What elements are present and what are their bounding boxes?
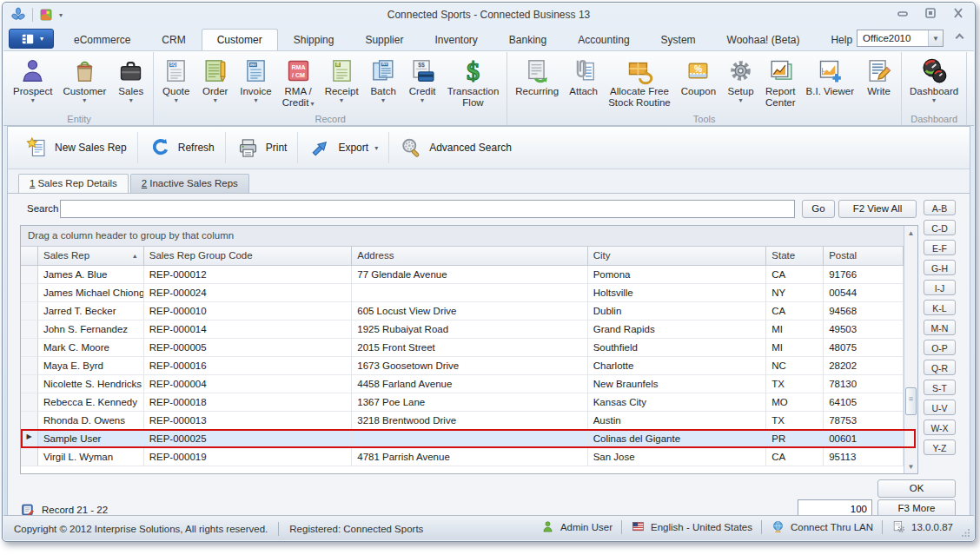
ribbon-button-report-center[interactable]: ReportCenter <box>760 55 801 110</box>
ribbon-button-customer[interactable]: Customer▾ <box>57 55 111 106</box>
scroll-down-icon[interactable]: ▼ <box>904 460 917 473</box>
application-menu-button[interactable]: ▾ <box>9 29 54 49</box>
close-button[interactable] <box>950 7 966 19</box>
ribbon-tab-system[interactable]: System <box>646 29 712 50</box>
toolbar-button-export[interactable]: Export▾ <box>298 131 388 164</box>
ribbon-button-transaction-flow[interactable]: $TransactionFlow <box>442 55 505 110</box>
ribbon-button-coupon[interactable]: %Coupon <box>676 55 721 99</box>
ribbon-button-credit[interactable]: $$Credit▾ <box>403 55 442 106</box>
coupon-icon: % <box>684 56 712 85</box>
table-row[interactable]: Nicolette S. HendricksREP-0000044458 Far… <box>21 375 904 393</box>
ribbon-button-b-i-viewer[interactable]: B.I. Viewer <box>801 55 859 99</box>
table-cell: PR <box>766 430 824 448</box>
statusbar-connection[interactable]: Connect Thru LAN <box>771 519 873 534</box>
ribbon-button-order[interactable]: Order▾ <box>195 55 235 106</box>
statusbar-user[interactable]: Admin User <box>540 519 612 534</box>
ribbon-button-write[interactable]: Write <box>859 55 898 99</box>
theme-dropdown-icon[interactable]: ▼ <box>928 30 943 46</box>
toolbar-button-new-sales-rep[interactable]: New Sales Rep <box>15 131 137 164</box>
toolbar-button-print[interactable]: Print <box>226 131 298 164</box>
ribbon-button-receipt[interactable]: RReceipt▾ <box>320 55 364 106</box>
statusbar-language[interactable]: English - United States <box>631 519 752 534</box>
table-row[interactable]: Virgil L. WymanREP-0000194781 Parrish Av… <box>21 448 904 466</box>
column-header-postal[interactable]: Postal <box>824 247 904 266</box>
column-header-sales-rep[interactable]: Sales Rep▲ <box>38 247 144 266</box>
ribbon-button-invoice[interactable]: INVInvoice▾ <box>235 55 276 106</box>
dropdown-caret-icon: ▾ <box>175 97 178 104</box>
alpha-button-o-p[interactable]: O-P <box>924 340 956 355</box>
table-row[interactable]: ▶Sample UserREP-000025Colinas del Gigant… <box>21 430 904 448</box>
alpha-button-c-d[interactable]: C-D <box>924 220 956 235</box>
ribbon-tab-accounting[interactable]: Accounting <box>562 29 645 50</box>
resize-grip[interactable] <box>962 528 970 537</box>
statusbar-version-label: 13.0.0.87 <box>911 522 953 532</box>
ribbon-tab-ecommerce[interactable]: eCommerce <box>58 29 146 50</box>
column-header-address[interactable]: Address <box>352 247 587 266</box>
ribbon-button-dashboard[interactable]: Dashboard▾ <box>904 55 963 106</box>
table-row[interactable]: Rhonda D. OwensREP-0000133218 Brentwood … <box>21 412 904 430</box>
ribbon-button-recurring[interactable]: Recurring <box>510 55 564 99</box>
column-header-sales-rep-group-code[interactable]: Sales Rep Group Code <box>144 247 353 266</box>
column-header-state[interactable]: State <box>766 247 824 266</box>
ribbon-button-label: Coupon <box>681 86 716 97</box>
table-row[interactable]: John S. FernandezREP-0000141925 Rubaiyat… <box>21 320 904 339</box>
alpha-button-u-v[interactable]: U-V <box>924 400 956 415</box>
ribbon-button-sales[interactable]: Sales▾ <box>111 55 150 106</box>
ribbon-tab-row: ▾ eCommerceCRMCustomerShippingSupplierIn… <box>3 27 975 50</box>
table-row[interactable]: Jarred T. BeckerREP-000010605 Locust Vie… <box>21 302 904 320</box>
alpha-button-y-z[interactable]: Y-Z <box>924 439 956 455</box>
group-by-bar[interactable]: Drag a column header to group by that co… <box>21 226 904 247</box>
ribbon-tab-crm[interactable]: CRM <box>146 29 201 50</box>
alpha-button-q-r[interactable]: Q-R <box>924 360 956 375</box>
write-icon <box>864 56 893 85</box>
go-button[interactable]: Go <box>802 200 835 218</box>
toolbar-button-refresh[interactable]: Refresh <box>138 131 225 164</box>
row-indicator-cell <box>21 320 38 339</box>
search-input[interactable] <box>60 200 795 218</box>
table-row[interactable]: Mark C. MooreREP-0000052015 Front Street… <box>21 339 904 357</box>
ribbon-tab-supplier[interactable]: Supplier <box>349 29 419 50</box>
ribbon-button-prospect[interactable]: Prospect▾ <box>8 55 57 106</box>
alpha-button-k-l[interactable]: K-L <box>924 300 956 315</box>
collapse-ribbon-icon[interactable] <box>957 35 964 43</box>
ribbon-button-attach[interactable]: Attach <box>564 55 603 99</box>
table-row[interactable]: James A. BlueREP-00001277 Glendale Avenu… <box>21 266 904 284</box>
scroll-up-icon[interactable]: ▲ <box>904 226 917 239</box>
alpha-button-a-b[interactable]: A-B <box>924 200 956 215</box>
restore-button[interactable] <box>923 7 938 19</box>
ribbon-button-allocate-free-stock-routine[interactable]: Allocate FreeStock Routine <box>603 55 676 110</box>
sort-ascending-icon: ▲ <box>132 253 138 259</box>
scrollbar-thumb[interactable]: ≡ <box>905 387 917 415</box>
vertical-scrollbar[interactable]: ▲ ≡ ▼ <box>904 226 917 473</box>
table-cell: 00544 <box>824 284 904 302</box>
svg-text:%: % <box>694 64 702 74</box>
ribbon-button-quote[interactable]: SQQuote▾ <box>156 55 195 106</box>
tab-inactive-sales-reps[interactable]: 2Inactive Sales Reps <box>130 174 249 193</box>
table-row[interactable]: Maya E. ByrdREP-0000161673 Goosetown Dri… <box>21 357 904 375</box>
ribbon-button-rma-credit[interactable]: RMA/ CMRMA /Credit ▾ <box>277 55 320 111</box>
alpha-button-w-x[interactable]: W-X <box>924 420 956 435</box>
minimize-button[interactable] <box>895 7 910 19</box>
alpha-button-g-h[interactable]: G-H <box>924 260 956 275</box>
view-all-button[interactable]: F2 View All <box>838 200 917 218</box>
alpha-button-e-f[interactable]: E-F <box>924 240 956 255</box>
column-header-city[interactable]: City <box>588 247 767 266</box>
ok-button[interactable]: OK <box>877 479 956 498</box>
theme-selector[interactable]: Office2010 ▼ <box>857 30 944 47</box>
ribbon-tab-customer[interactable]: Customer <box>202 29 278 50</box>
dropdown-caret-icon: ▾ <box>374 144 378 152</box>
ribbon-button-batch[interactable]: INVBatch▾ <box>364 55 403 106</box>
alpha-button-s-t[interactable]: S-T <box>924 380 956 395</box>
table-row[interactable]: Rebecca E. KennedyREP-0000181367 Poe Lan… <box>21 393 904 412</box>
ribbon-tab-inventory[interactable]: Inventory <box>419 29 493 50</box>
statusbar-language-label: English - United States <box>651 522 752 532</box>
ribbon-button-setup[interactable]: Setup▾ <box>721 55 760 106</box>
toolbar-button-advanced-search[interactable]: Advanced Search <box>389 131 522 164</box>
ribbon-tab-woohaa-beta[interactable]: Woohaa! (Beta) <box>712 29 816 50</box>
alpha-button-m-n[interactable]: M-N <box>924 320 956 335</box>
table-row[interactable]: James Michael ChiongREP-000024Holtsville… <box>21 284 904 302</box>
alpha-button-i-j[interactable]: I-J <box>924 280 956 295</box>
tab-sales-rep-details[interactable]: 1Sales Rep Details <box>18 174 129 193</box>
ribbon-tab-shipping[interactable]: Shipping <box>278 29 350 50</box>
ribbon-tab-banking[interactable]: Banking <box>493 29 562 50</box>
